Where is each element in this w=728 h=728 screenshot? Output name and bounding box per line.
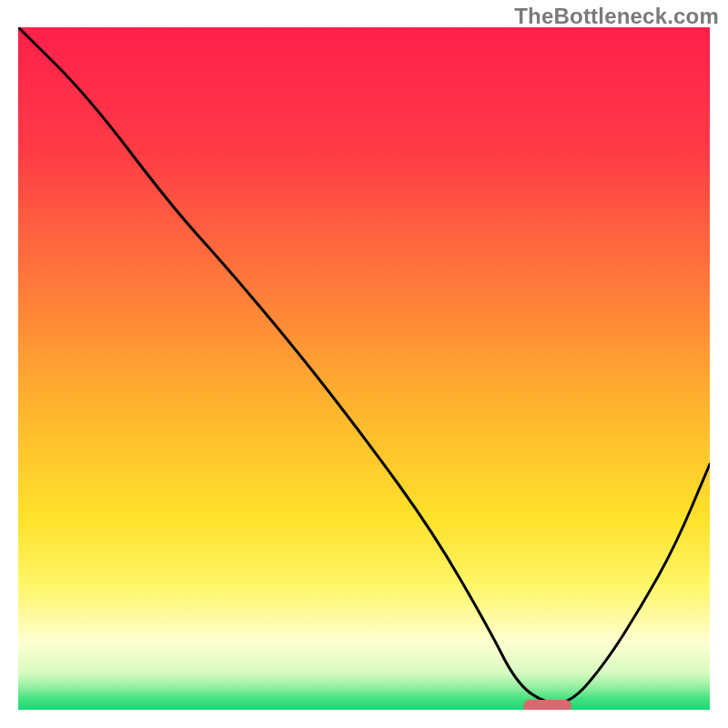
watermark-text: TheBottleneck.com xyxy=(514,4,719,29)
plot-area xyxy=(18,27,710,710)
bottleneck-curve xyxy=(18,27,710,710)
optimal-marker xyxy=(523,700,571,710)
chart-stage: TheBottleneck.com xyxy=(0,0,728,728)
